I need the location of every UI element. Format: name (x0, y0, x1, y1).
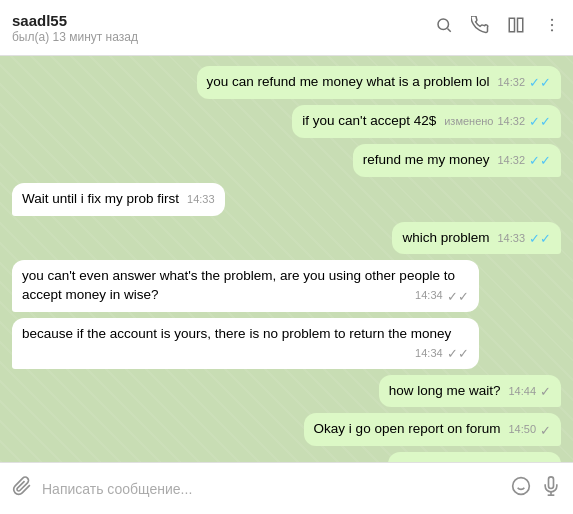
message-5: which problem 14:33 ✓✓ (392, 222, 561, 255)
emoji-icon[interactable] (511, 476, 531, 501)
svg-point-7 (513, 478, 530, 495)
message-input-area (0, 462, 573, 514)
message-meta-10: 14:50 ✓ (508, 461, 551, 462)
svg-rect-2 (509, 18, 514, 32)
microphone-icon[interactable] (541, 476, 561, 501)
messages-list: you can refund me money what is a proble… (12, 66, 561, 462)
message-text-4: Wait until i fix my prob first (22, 191, 179, 206)
message-ticks-8: ✓ (540, 385, 551, 398)
message-input[interactable] (42, 481, 501, 497)
edited-label-2: изменено (444, 114, 493, 129)
message-text-6: you can't even answer what's the problem… (22, 268, 455, 302)
message-ticks-1: ✓✓ (529, 76, 551, 89)
message-time-10: 14:50 (508, 461, 536, 462)
more-icon[interactable] (543, 16, 561, 39)
message-text-5: which problem (402, 230, 489, 245)
header-actions (435, 16, 561, 39)
svg-rect-3 (518, 18, 523, 32)
bubble-6: you can't even answer what's the problem… (12, 260, 479, 312)
message-meta-7: 14:34 ✓✓ (415, 346, 469, 361)
message-time-5: 14:33 (497, 231, 525, 246)
message-ticks-9: ✓ (540, 424, 551, 437)
message-time-1: 14:32 (497, 75, 525, 90)
bubble-4: Wait until i fix my prob first 14:33 (12, 183, 225, 216)
bubble-5: which problem 14:33 ✓✓ (392, 222, 561, 255)
message-meta-3: 14:32 ✓✓ (497, 153, 551, 168)
message-text-1: you can refund me money what is a proble… (207, 74, 490, 89)
message-3: refund me my money 14:32 ✓✓ (353, 144, 561, 177)
message-time-7: 14:34 (415, 346, 443, 361)
message-ticks-5: ✓✓ (529, 232, 551, 245)
message-meta-1: 14:32 ✓✓ (497, 75, 551, 90)
message-text-10: fucking scammer (398, 460, 500, 462)
message-2: if you can't accept 42$ изменено 14:32 ✓… (292, 105, 561, 138)
message-text-7: because if the account is yours, there i… (22, 326, 451, 341)
message-meta-6: 14:34 ✓✓ (415, 288, 469, 303)
message-8: how long me wait? 14:44 ✓ (379, 375, 561, 408)
message-meta-8: 14:44 ✓ (508, 384, 551, 399)
message-meta-2: изменено 14:32 ✓✓ (444, 114, 551, 129)
svg-point-5 (551, 24, 553, 26)
bubble-3: refund me my money 14:32 ✓✓ (353, 144, 561, 177)
message-time-6: 14:34 (415, 288, 443, 303)
svg-point-6 (551, 29, 553, 31)
message-meta-5: 14:33 ✓✓ (497, 231, 551, 246)
svg-line-1 (447, 28, 450, 31)
bubble-8: how long me wait? 14:44 ✓ (379, 375, 561, 408)
search-icon[interactable] (435, 16, 453, 39)
message-time-2: 14:32 (497, 114, 525, 129)
message-ticks-6: ✓✓ (447, 290, 469, 303)
message-time-9: 14:50 (508, 422, 536, 437)
contact-status: был(а) 13 минут назад (12, 30, 435, 44)
bubble-10: fucking scammer 14:50 ✓ (388, 452, 561, 462)
message-time-8: 14:44 (508, 384, 536, 399)
message-text-8: how long me wait? (389, 383, 501, 398)
message-meta-9: 14:50 ✓ (508, 422, 551, 437)
message-text-9: Okay i go open report on forum (314, 421, 501, 436)
message-7: because if the account is yours, there i… (12, 318, 479, 368)
svg-point-4 (551, 19, 553, 21)
attach-icon[interactable] (12, 476, 32, 501)
message-ticks-2: ✓✓ (529, 115, 551, 128)
message-6: you can't even answer what's the problem… (12, 260, 479, 312)
svg-point-0 (438, 19, 449, 30)
bubble-9: Okay i go open report on forum 14:50 ✓ (304, 413, 561, 446)
message-text-2: if you can't accept 42$ (302, 113, 436, 128)
bubble-2: if you can't accept 42$ изменено 14:32 ✓… (292, 105, 561, 138)
bubble-1: you can refund me money what is a proble… (197, 66, 561, 99)
contact-name: saadl55 (12, 12, 435, 29)
message-4: Wait until i fix my prob first 14:33 (12, 183, 225, 216)
message-meta-4: 14:33 (187, 192, 215, 207)
message-time-4: 14:33 (187, 192, 215, 207)
bubble-7: because if the account is yours, there i… (12, 318, 479, 368)
message-text-3: refund me my money (363, 152, 490, 167)
chat-header: saadl55 был(а) 13 минут назад (0, 0, 573, 56)
columns-icon[interactable] (507, 16, 525, 39)
message-time-3: 14:32 (497, 153, 525, 168)
message-1: you can refund me money what is a proble… (197, 66, 561, 99)
message-ticks-7: ✓✓ (447, 347, 469, 360)
message-ticks-3: ✓✓ (529, 154, 551, 167)
phone-icon[interactable] (471, 16, 489, 39)
message-9: Okay i go open report on forum 14:50 ✓ (304, 413, 561, 446)
message-10: fucking scammer 14:50 ✓ (388, 452, 561, 462)
chat-messages-area: you can refund me money what is a proble… (0, 56, 573, 462)
contact-info: saadl55 был(а) 13 минут назад (12, 12, 435, 44)
